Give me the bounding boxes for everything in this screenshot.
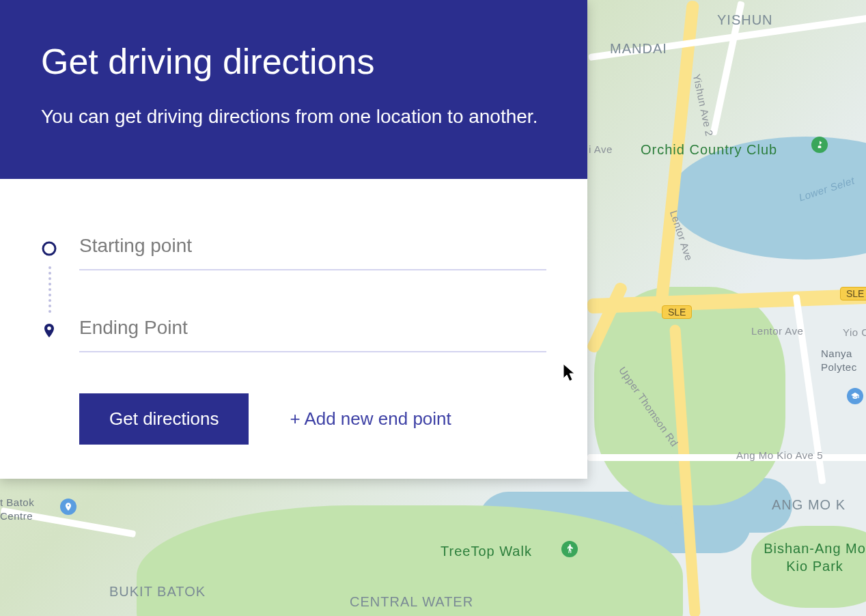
route-connector (48, 270, 546, 309)
road-label-amk-ave-5: Ang Mo Kio Ave 5 (736, 449, 823, 461)
map-label-bukit-batok: BUKIT BATOK (109, 584, 206, 600)
road-label-i-ave: i Ave (589, 143, 613, 155)
panel-subtitle: You can get driving directions from one … (41, 102, 546, 131)
school-icon[interactable] (847, 388, 863, 404)
get-directions-button[interactable]: Get directions (79, 393, 249, 445)
map-label-yishun: YISHUN (717, 12, 773, 28)
map-label-orchid: Orchid Country Club (641, 142, 777, 158)
map-label-ang-mo-kio: ANG MO K (772, 497, 846, 513)
road-label-lentor-ave-2: Lentor Ave (751, 325, 803, 337)
panel-body: Get directions + Add new end point (0, 179, 587, 479)
map-road (587, 454, 866, 461)
svg-point-0 (43, 242, 55, 255)
road-badge-sle-2: SLE (840, 287, 866, 300)
map-label-nanya: Nanya Polytec (821, 347, 866, 374)
directions-panel: Get driving directions You can get drivi… (0, 0, 587, 479)
mouse-cursor-icon (563, 363, 576, 382)
hiking-icon[interactable] (561, 541, 578, 557)
map-label-bishan-park: Bishan-Ang Mo Kio Park (764, 540, 866, 575)
panel-title: Get driving directions (41, 41, 546, 82)
road-badge-sle: SLE (662, 305, 692, 319)
start-input[interactable] (79, 227, 546, 270)
map-label-treetop: TreeTop Walk (441, 544, 532, 559)
end-row (41, 309, 546, 352)
end-input[interactable] (79, 309, 546, 352)
map-label-central-water: CENTRAL WATER (350, 594, 473, 610)
start-circle-icon (41, 240, 57, 257)
add-endpoint-button[interactable]: + Add new end point (290, 408, 451, 430)
dotted-line-icon (48, 266, 51, 313)
road-label-yio: Yio C (843, 326, 866, 338)
pin-icon[interactable] (60, 499, 76, 515)
panel-header: Get driving directions You can get drivi… (0, 0, 587, 179)
road-label-yishun-ave-2: Yishun Ave 2 (691, 73, 716, 137)
map-label-mandai: MANDAI (610, 41, 667, 57)
golf-icon[interactable] (811, 137, 828, 153)
map-label-batok-centre: t Batok Centre (0, 496, 61, 522)
actions-row: Get directions + Add new end point (79, 393, 546, 445)
start-row (41, 227, 546, 270)
end-pin-icon (41, 322, 57, 339)
